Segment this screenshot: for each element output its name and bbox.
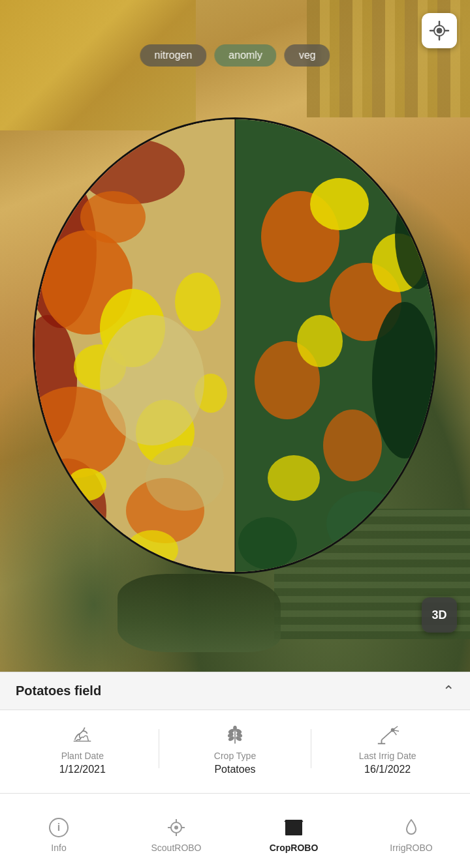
crop-nav-icon — [283, 816, 305, 839]
svg-point-29 — [326, 491, 405, 556]
nav-label-scoutrobo: ScoutROBO — [151, 843, 201, 853]
anomaly-overlay-left — [35, 119, 235, 572]
crop-type-card: Crop Type Potatoes — [159, 722, 311, 775]
svg-point-17 — [146, 445, 224, 511]
field-bottom-center — [118, 574, 281, 652]
plant-date-label: Plant Date — [61, 751, 104, 761]
nav-item-croprobo[interactable]: CropROBO — [235, 809, 352, 853]
plant-date-card: Plant Date 1/12/2021 — [7, 722, 159, 775]
crop-type-label: Crop Type — [214, 751, 256, 761]
3d-label: 3D — [431, 608, 446, 622]
svg-point-25 — [297, 315, 343, 367]
svg-point-55 — [174, 826, 178, 830]
crop-type-value: Potatoes — [214, 764, 255, 775]
nav-label-croprobo: CropROBO — [270, 843, 319, 853]
nav-label-irrigrobo: IrrigROBO — [390, 843, 432, 853]
filter-tab-nitrogen[interactable]: nitrogen — [140, 44, 206, 67]
nav-item-scoutrobo[interactable]: ScoutROBO — [118, 809, 235, 853]
svg-point-44 — [233, 726, 237, 731]
filter-tab-anomly[interactable]: anomly — [214, 44, 277, 67]
bottom-panel: Potatoes field ⌃ Plant Date 1/12/2021 — [0, 672, 470, 868]
svg-text:i: i — [57, 822, 60, 833]
filter-tabs: nitrogen anomly veg — [140, 44, 330, 67]
vegetation-overlay-right — [235, 119, 435, 572]
collapse-chevron[interactable]: ⌃ — [443, 683, 454, 700]
last-irrig-value: 16/1/2022 — [364, 764, 411, 775]
svg-point-12 — [175, 273, 221, 331]
svg-point-27 — [372, 302, 435, 458]
irrig-nav-icon — [400, 816, 422, 839]
field-divider — [234, 119, 236, 572]
3d-button[interactable]: 3D — [422, 597, 457, 633]
info-nav-icon: i — [48, 816, 70, 839]
svg-point-14 — [126, 530, 178, 569]
plant-date-icon — [69, 722, 95, 748]
svg-point-22 — [323, 410, 382, 481]
svg-point-4 — [80, 139, 185, 204]
field-title: Potatoes field — [16, 683, 101, 698]
crop-type-icon — [222, 722, 248, 748]
info-cards-row: Plant Date 1/12/2021 — [0, 710, 470, 782]
svg-line-46 — [381, 730, 392, 740]
nav-item-info[interactable]: i Info — [0, 809, 118, 853]
svg-point-31 — [437, 28, 442, 33]
svg-point-16 — [100, 315, 204, 445]
field-title-bar[interactable]: Potatoes field ⌃ — [0, 672, 470, 710]
last-irrig-card: Last Irrig Date 16/1/2022 — [311, 722, 463, 775]
nav-label-info: Info — [51, 843, 66, 853]
last-irrig-icon — [375, 722, 401, 748]
filter-tab-veg[interactable]: veg — [285, 44, 330, 67]
map-area: nitrogen anomly veg 3D — [0, 0, 470, 672]
gps-button[interactable] — [422, 13, 457, 48]
svg-point-8 — [80, 191, 146, 243]
bottom-nav: i Info ScoutROBO — [0, 793, 470, 868]
svg-point-23 — [310, 178, 369, 230]
svg-line-47 — [392, 726, 398, 730]
svg-point-30 — [238, 517, 297, 569]
svg-point-26 — [268, 455, 320, 501]
nav-item-irrigrobo[interactable]: IrrigROBO — [352, 809, 470, 853]
gps-icon — [429, 20, 450, 41]
last-irrig-label: Last Irrig Date — [359, 751, 416, 761]
plant-date-value: 1/12/2021 — [59, 764, 106, 775]
svg-point-13 — [67, 468, 106, 501]
circular-field — [33, 117, 437, 574]
scout-nav-icon — [165, 816, 187, 839]
